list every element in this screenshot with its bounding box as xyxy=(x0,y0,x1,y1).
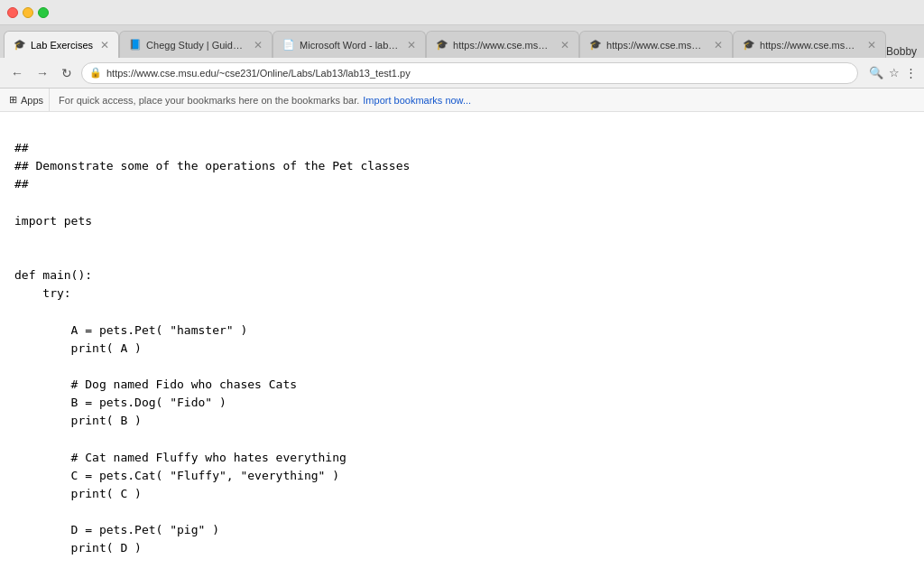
code-area: ## ## Demonstrate some of the operations… xyxy=(0,112,924,578)
tab-tab1[interactable]: 🎓 Lab Exercises ✕ xyxy=(4,31,119,58)
tab-label: Microsoft Word - lab13.do... xyxy=(300,40,400,51)
back-button[interactable]: ← xyxy=(7,64,27,82)
fullscreen-button[interactable] xyxy=(38,7,49,18)
bookmarks-bar: ⊞ Apps For quick access, place your book… xyxy=(0,89,924,112)
apps-label: Apps xyxy=(21,95,43,106)
address-bar[interactable]: 🔒 https://www.cse.msu.edu/~cse231/Online… xyxy=(81,62,858,84)
tab-label: Lab Exercises xyxy=(31,40,93,51)
import-bookmarks-link[interactable]: Import bookmarks now... xyxy=(363,95,471,106)
secure-icon: 🔒 xyxy=(89,67,102,79)
tab-close-icon[interactable]: ✕ xyxy=(100,39,109,51)
menu-button[interactable]: ⋮ xyxy=(905,66,917,79)
tab-label: https://www.cse.msu.edu/... xyxy=(453,40,553,51)
user-name: Bobby xyxy=(886,45,924,58)
search-button[interactable]: 🔍 xyxy=(869,66,883,79)
address-text: https://www.cse.msu.edu/~cse231/Online/L… xyxy=(106,68,411,79)
forward-button[interactable]: → xyxy=(32,64,52,82)
tab-favicon: 📘 xyxy=(129,39,142,51)
nav-bar: ← → ↻ 🔒 https://www.cse.msu.edu/~cse231/… xyxy=(0,58,924,89)
traffic-lights xyxy=(7,7,49,18)
tab-close-icon[interactable]: ✕ xyxy=(560,39,569,51)
tab-tab4[interactable]: 🎓 https://www.cse.msu.edu/... ✕ xyxy=(426,31,579,58)
tab-tab2[interactable]: 📘 Chegg Study | Guided Sol... ✕ xyxy=(119,31,273,58)
tab-label: Chegg Study | Guided Sol... xyxy=(146,40,246,51)
close-button[interactable] xyxy=(7,7,18,18)
nav-right-icons: 🔍 ☆ ⋮ xyxy=(869,66,917,79)
apps-grid-icon: ⊞ xyxy=(9,94,17,106)
tab-tab6[interactable]: 🎓 https://www.cse.msu.edu/... ✕ xyxy=(733,31,886,58)
tab-favicon: 🎓 xyxy=(436,39,448,51)
tab-tab5[interactable]: 🎓 https://www.cse.msu.edu/... ✕ xyxy=(579,31,733,58)
tab-tab3[interactable]: 📄 Microsoft Word - lab13.do... ✕ xyxy=(273,31,426,58)
tab-close-icon[interactable]: ✕ xyxy=(867,39,876,51)
tab-close-icon[interactable]: ✕ xyxy=(407,39,416,51)
tab-close-icon[interactable]: ✕ xyxy=(254,39,263,51)
refresh-button[interactable]: ↻ xyxy=(58,64,76,82)
apps-button[interactable]: ⊞ Apps xyxy=(9,89,50,111)
title-bar xyxy=(0,0,924,25)
tab-favicon: 📄 xyxy=(282,39,295,51)
tab-close-icon[interactable]: ✕ xyxy=(714,39,723,51)
tab-favicon: 🎓 xyxy=(743,39,755,51)
tab-favicon: 🎓 xyxy=(14,39,26,51)
tab-label: https://www.cse.msu.edu/... xyxy=(760,40,860,51)
bookmark-button[interactable]: ☆ xyxy=(889,66,900,79)
tabs-bar: 🎓 Lab Exercises ✕ 📘 Chegg Study | Guided… xyxy=(0,25,924,58)
tab-favicon: 🎓 xyxy=(589,39,602,51)
tab-label: https://www.cse.msu.edu/... xyxy=(606,40,707,51)
bookmark-message: For quick access, place your bookmarks h… xyxy=(59,95,359,106)
minimize-button[interactable] xyxy=(23,7,33,18)
code-content: ## ## Demonstrate some of the operations… xyxy=(14,121,910,578)
